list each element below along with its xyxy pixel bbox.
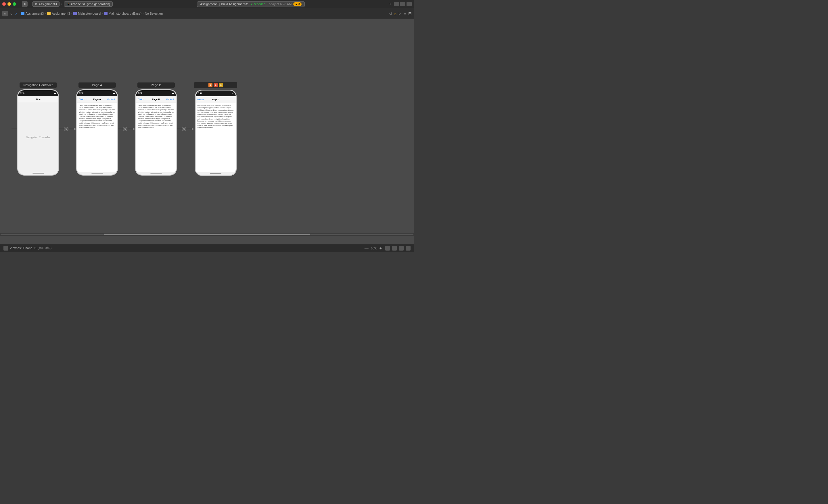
breadcrumb-folder[interactable]: Assignment3 [52,12,70,15]
phone-nav-right-3[interactable]: Choice 2 [166,98,174,100]
phone-nav-left-4[interactable]: Restart [198,99,204,101]
phone-time-1: 9:41 [20,92,25,94]
window-control-2[interactable] [400,2,405,6]
nav-back-button[interactable]: ‹ [9,10,13,17]
refresh-icon[interactable] [385,246,390,250]
page-c-phone[interactable]: 9:41 ▬ Restart Page C Lorem ipsum dolor … [195,90,237,176]
h-scrollbar-track [1,234,413,235]
warning-badge[interactable]: ▲ 3 [293,2,301,6]
grid-icon[interactable] [392,246,397,250]
list-icon[interactable]: ≡ [404,11,406,16]
page-c-label[interactable]: ◉ ◉ ◉ [194,82,237,88]
phone-nav-bar-1: Title [18,96,58,103]
segue-line-1b [69,129,74,129]
page-c-icon-3: ◉ [219,83,223,87]
play-button[interactable] [22,1,28,7]
page-a-label[interactable]: Page A [79,83,116,88]
fit-icon[interactable] [399,246,404,250]
page-b-phone[interactable]: 9:41 ▬ Choice 1 Page B Choice 2 Lorem ip… [135,89,177,176]
zoom-in-button[interactable]: + [379,246,382,250]
breadcrumb-item-storyboard[interactable]: Main.storyboard [73,12,100,15]
nav-right-icon[interactable]: ▷ [399,11,401,15]
nav-left-icon[interactable]: ◁ [389,11,391,15]
breadcrumb-item-folder[interactable]: Assignment3 [47,12,70,15]
build-status[interactable]: Assignment3 | Build Assignment3: Succeed… [197,1,304,7]
page-c-content-text: Lorem ipsum dolor sit er elit lamet, con… [198,105,234,129]
h-scrollbar-thumb[interactable] [104,234,310,235]
phone-nav-left-2[interactable]: Choice 1 [79,98,87,100]
segue-icon-2: ⊙ [123,127,127,131]
segue-line-2 [118,129,123,129]
page-b-label[interactable]: Page B [137,83,175,88]
phone-nav-title-3: Page B [152,98,160,101]
nav-controller-phone[interactable]: 9:41 ▬ Title Navigation Controller [17,89,59,176]
phone-nav-bar-4: Restart Page C [196,96,236,103]
nav-forward-button[interactable]: › [14,10,18,17]
breadcrumb-item-selection[interactable]: No Selection [145,12,163,15]
battery-icon-2: ▬ [113,92,115,94]
phone-content-1: Navigation Controller [18,103,58,172]
segue-arrowhead-2 [133,128,135,131]
phone-nav-title-4: Page C [212,98,219,101]
segue-arrowhead-3 [192,128,194,131]
minimize-button[interactable] [7,2,11,6]
segue-2[interactable]: ⊙ [118,127,135,131]
phone-nav-title-1: Title [36,98,40,101]
zoom-fit-icon[interactable] [406,246,411,250]
storyboard-canvas: Navigation Controller 9:41 ▬ Title Navig… [0,19,414,239]
phone-status-icons-4: ▬ [232,93,234,94]
build-target-label: Assignment3 [39,2,57,6]
breadcrumb-base[interactable]: Main.storyboard (Base) [109,12,141,15]
breadcrumb-project[interactable]: Assignment3 [26,12,44,15]
page-a-label-text: Page A [92,83,102,87]
view-as-label[interactable]: View as: iPhone 11 (⌘C ⌘R) [10,246,51,250]
device-selector[interactable]: ⚙ Assignment3 [32,1,59,7]
phone-nav-bar-2: Choice 1 Page A Choice 2 [77,96,117,103]
nav-controller-center-text: Navigation Controller [26,136,50,139]
maximize-button[interactable] [13,2,16,6]
separator: › [61,2,63,6]
add-button[interactable]: + [389,1,391,7]
phone-home-4 [196,172,236,175]
h-scrollbar[interactable] [0,233,414,236]
phone-time-2: 9:41 [79,92,83,94]
build-result: Succeeded [250,2,265,6]
phone-status-bar-2: 9:41 ▬ [77,90,117,96]
window-control-3[interactable] [407,2,412,6]
phone-nav-right-2[interactable]: Choice 2 [107,98,115,100]
phone-status-bar-4: 9:41 ▬ [196,91,236,96]
device-name[interactable]: 📱 iPhone SE (2nd generation) [64,1,113,7]
battery-icon-3: ▬ [172,92,174,94]
breadcrumb-storyboard[interactable]: Main.storyboard [78,12,100,15]
phone-notch-3 [150,90,162,94]
project-icon [21,12,25,15]
breadcrumb-item-base[interactable]: Main.storyboard (Base) [104,12,141,15]
segue-arrow-3: ⊙ [177,127,194,131]
window-control-1[interactable] [394,2,399,6]
sidebar-toggle[interactable]: ⊞ [2,11,8,16]
zoom-out-button[interactable]: — [365,246,369,250]
phone-nav-left-3[interactable]: Choice 1 [138,98,146,100]
phone-content-4: Lorem ipsum dolor sit er elit lamet, con… [196,103,236,172]
warning-icon[interactable]: △ [394,11,397,15]
phone-status-icons-3: ▬ [172,92,174,94]
segue-1[interactable]: ⊙ [59,127,76,131]
inspector-icon[interactable]: ⊞ [408,11,412,16]
segue-icon-1: ⊙ [64,127,69,131]
nav-controller-label[interactable]: Navigation Controller [19,83,57,88]
toolbar-right: ◁ △ ▷ ≡ ⊞ [389,11,412,16]
phone-nav-bar-3: Choice 1 Page B Choice 2 [136,96,176,103]
page-c-icon-1: ◉ [208,83,212,87]
page-a-phone[interactable]: 9:41 ▬ Choice 1 Page A Choice 2 Lorem ip… [76,89,118,176]
battery-icon-1: ▬ [54,92,56,94]
close-button[interactable] [2,2,6,6]
storyboard-icon [73,12,77,15]
segue-3[interactable]: ⊙ [177,127,194,131]
device-label: iPhone SE (2nd generation) [71,2,110,6]
phone-time-4: 9:41 [198,92,202,94]
folder-icon [47,12,51,15]
home-bar-3 [150,173,162,174]
phone-status-bar-1: 9:41 ▬ [18,90,58,96]
home-bar-2 [91,173,103,174]
breadcrumb-item-project[interactable]: Assignment3 [21,12,44,15]
